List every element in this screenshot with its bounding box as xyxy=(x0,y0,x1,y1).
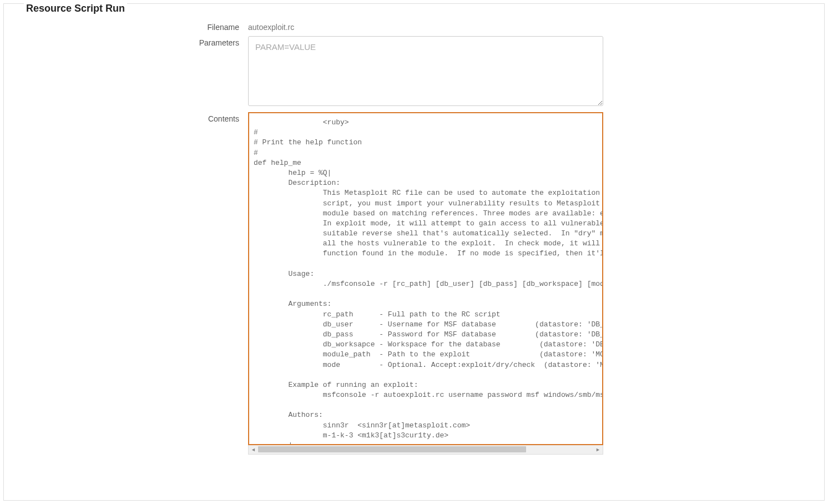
scroll-right-arrow-icon[interactable]: ► xyxy=(593,445,603,455)
page-container: Resource Script Run Filename autoexploit… xyxy=(3,3,825,501)
contents-wrapper: <ruby> # # Print the help function # def… xyxy=(248,112,603,455)
parameters-row: Parameters xyxy=(15,36,813,108)
scroll-left-arrow-icon[interactable]: ◄ xyxy=(249,445,258,455)
filename-row: Filename autoexploit.rc xyxy=(15,21,813,32)
form-area: Filename autoexploit.rc Parameters Conte… xyxy=(4,4,824,455)
parameters-label: Parameters xyxy=(15,36,248,108)
scroll-track[interactable] xyxy=(258,445,593,454)
horizontal-scrollbar[interactable]: ◄ ► xyxy=(248,445,603,455)
contents-row: Contents <ruby> # # Print the help funct… xyxy=(15,112,813,455)
contents-code-view[interactable]: <ruby> # # Print the help function # def… xyxy=(248,112,603,445)
scroll-thumb[interactable] xyxy=(258,446,526,452)
parameters-textarea[interactable] xyxy=(248,36,603,106)
filename-label: Filename xyxy=(15,21,248,32)
page-title: Resource Script Run xyxy=(24,3,127,14)
filename-value: autoexploit.rc xyxy=(248,21,603,32)
contents-label: Contents xyxy=(15,112,248,455)
